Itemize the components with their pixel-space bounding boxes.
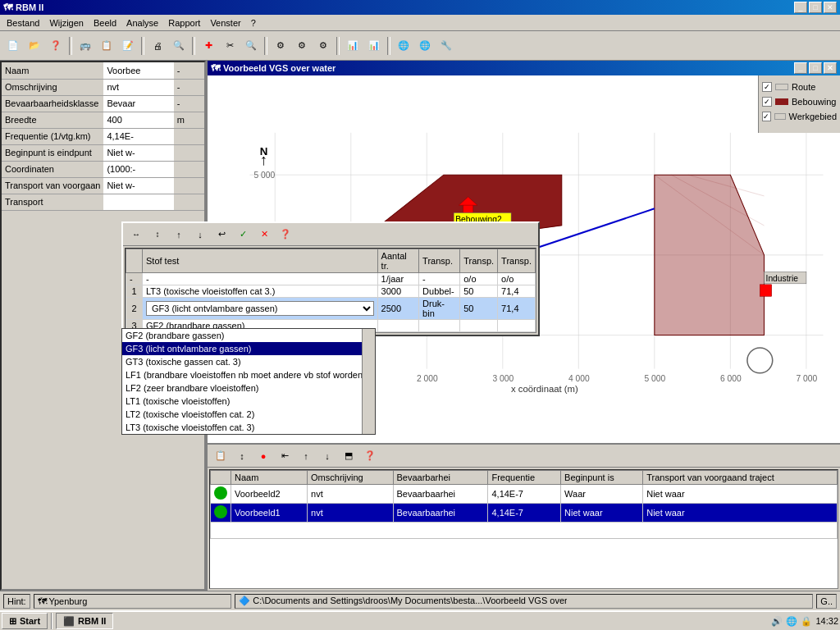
row1-omschrijving: nvt — [308, 485, 393, 504]
dialog-table-row[interactable]: 1 LT3 (toxische vloeistoffen cat 3.) 300… — [126, 285, 536, 298]
menu-venster[interactable]: Venster — [205, 16, 245, 30]
map-title-icon: 🗺 — [211, 63, 220, 73]
dropdown-item-3[interactable]: LF1 (brandbare vloeistoffen nb moet ande… — [122, 368, 375, 381]
dlg-up[interactable]: ↑ — [169, 226, 189, 244]
prop-bevaar: Bevaarbaarheidsklasse Bevaar - — [2, 95, 204, 112]
dhr2-col4: o/o — [460, 273, 498, 285]
tool7[interactable]: ✂ — [220, 37, 240, 55]
menu-help[interactable]: ? — [246, 16, 261, 30]
btb-7[interactable]: ⬒ — [339, 447, 358, 465]
th-begin: Beginpunt is — [561, 471, 643, 485]
new-button[interactable]: 📄 — [3, 37, 23, 55]
table-row[interactable]: Voorbeeld1 nvt Bevaarbaarhei 4,14E-7 Nie… — [211, 504, 838, 523]
menu-analyse[interactable]: Analyse — [121, 16, 163, 30]
legend-werkgebied-checkbox[interactable]: ✓ — [762, 112, 771, 121]
dhr2-col5: o/o — [498, 273, 536, 285]
menu-rapport[interactable]: Rapport — [163, 16, 205, 30]
btb-1[interactable]: 📋 — [211, 447, 231, 465]
dlg-confirm[interactable]: ✓ — [233, 226, 253, 244]
tool15[interactable]: 🌐 — [415, 37, 435, 55]
legend-werkgebied-label: Werkgebied — [789, 112, 838, 121]
sep1 — [69, 37, 72, 55]
dlg-cancel[interactable]: ✕ — [254, 226, 274, 244]
dropdown-item-1[interactable]: GF3 (licht ontvlambare gassen) — [122, 342, 375, 355]
dr1-stof: LT3 (toxische vloeistoffen cat 3.) — [143, 285, 378, 298]
dr2-stof[interactable]: GF2 (brandbare gassen)GF3 (licht ontvlam… — [143, 298, 378, 320]
map-maximize[interactable]: □ — [809, 62, 822, 74]
dhr2-col2: 1/jaar — [377, 273, 419, 285]
prop-freq: Frequentie (1/vtg.km) 4,14E- — [2, 128, 204, 144]
maximize-button[interactable]: □ — [809, 2, 822, 13]
app-icon: 🗺 — [3, 2, 12, 12]
btb-4[interactable]: ⇤ — [275, 447, 294, 465]
dlg-move2[interactable]: ↕ — [148, 226, 167, 244]
taskbar-right: 🔊 🌐 🔒 14:32 — [771, 616, 838, 627]
tool9[interactable]: ⚙ — [271, 37, 290, 55]
dropdown-item-2[interactable]: GT3 (toxische gassen cat. 3) — [122, 355, 375, 368]
taskbar-sys-icon2: 🌐 — [786, 616, 797, 627]
tool2[interactable]: 📋 — [97, 37, 116, 55]
data-table-header: Naam Omschrijving Bevaarbarhei Frequenti… — [211, 471, 838, 485]
dh-stof: Stof test — [143, 249, 378, 273]
map-minimize[interactable]: _ — [794, 62, 807, 74]
dropdown-item-5[interactable]: LT1 (toxische vloeistoffen) — [122, 395, 375, 408]
dlg-help[interactable]: ❓ — [276, 226, 295, 244]
minimize-button[interactable]: _ — [794, 2, 807, 13]
tool3[interactable]: 📝 — [118, 37, 138, 55]
tool6[interactable]: ✚ — [199, 37, 218, 55]
tool14[interactable]: 🌐 — [394, 37, 413, 55]
table-row[interactable]: Voorbeeld2 nvt Bevaarbaarhei 4,14E-7 Waa… — [211, 485, 838, 504]
tool1[interactable]: 🚌 — [75, 37, 95, 55]
svg-text:4 000: 4 000 — [568, 374, 590, 383]
btb-2[interactable]: ↕ — [232, 447, 252, 465]
dh-t3: Transp. — [498, 249, 536, 273]
prop-beginpunt: Beginpunt is eindpunt Niet w- — [2, 144, 204, 161]
dropdown-item-4[interactable]: LF2 (zeer brandbare vloeistoffen) — [122, 381, 375, 395]
svg-marker-25 — [655, 175, 765, 335]
dr3-t3 — [498, 320, 536, 332]
tool13[interactable]: 📊 — [364, 37, 384, 55]
tool16[interactable]: 🔧 — [436, 37, 456, 55]
dropdown-item-7[interactable]: LT3 (toxische vloeistoffen cat. 3) — [122, 421, 375, 434]
close-button[interactable]: ✕ — [824, 2, 837, 13]
map-close[interactable]: ✕ — [824, 62, 837, 74]
help-button[interactable]: ❓ — [46, 37, 66, 55]
legend-route: ✓ Route — [762, 82, 837, 92]
dropdown-scrollbar[interactable] — [362, 329, 375, 434]
menu-bestand[interactable]: Bestand — [2, 16, 44, 30]
stof-dropdown[interactable]: GF2 (brandbare gassen)GF3 (licht ontvlam… — [146, 301, 374, 316]
dr2-nr: 2 — [126, 298, 143, 320]
row2-indicator — [211, 504, 231, 523]
path1-panel: 🗺 Ypenburg — [34, 594, 232, 609]
btb-5[interactable]: ↑ — [296, 447, 316, 465]
dropdown-item-6[interactable]: LT2 (toxische vloeistoffen cat. 2) — [122, 408, 375, 421]
legend-bebouwing-checkbox[interactable]: ✓ — [762, 97, 772, 107]
menu-beeld[interactable]: Beeld — [89, 16, 121, 30]
start-button[interactable]: ⊞ Start — [2, 613, 48, 629]
tool11[interactable]: ⚙ — [313, 37, 333, 55]
dlg-move1[interactable]: ↔ — [126, 226, 146, 244]
dlg-down[interactable]: ↓ — [190, 226, 210, 244]
dh-t1: Transp. — [419, 249, 460, 273]
dlg-return[interactable]: ↩ — [212, 226, 231, 244]
btb-8[interactable]: ❓ — [360, 447, 380, 465]
svg-text:5 000: 5 000 — [254, 171, 276, 180]
tool8[interactable]: 🔍 — [241, 37, 261, 55]
tool4[interactable]: 🖨 — [148, 37, 167, 55]
tool10[interactable]: ⚙ — [292, 37, 312, 55]
dialog-toolbar: ↔ ↕ ↑ ↓ ↩ ✓ ✕ ❓ — [123, 223, 538, 246]
btb-3[interactable]: ● — [253, 447, 273, 465]
dropdown-item-0[interactable]: GF2 (brandbare gassen) — [122, 329, 375, 342]
taskbar: ⊞ Start ⬛ RBM II 🔊 🌐 🔒 14:32 — [0, 610, 840, 630]
btb-6[interactable]: ↓ — [317, 447, 337, 465]
menu-wijzigen[interactable]: Wijzigen — [44, 16, 89, 30]
taskbar-app-button[interactable]: ⬛ RBM II — [56, 613, 113, 629]
prop-transport-voor: Transport van voorgaan Niet w- — [2, 177, 204, 194]
legend-route-checkbox[interactable]: ✓ — [762, 82, 772, 92]
row1-freq: 4,14E-7 — [488, 485, 561, 504]
open-button[interactable]: 📂 — [25, 37, 44, 55]
legend-route-color — [775, 84, 788, 90]
tool5[interactable]: 🔍 — [169, 37, 189, 55]
tool12[interactable]: 📊 — [343, 37, 363, 55]
dialog-table-row[interactable]: 2 GF2 (brandbare gassen)GF3 (licht ontvl… — [126, 298, 536, 320]
